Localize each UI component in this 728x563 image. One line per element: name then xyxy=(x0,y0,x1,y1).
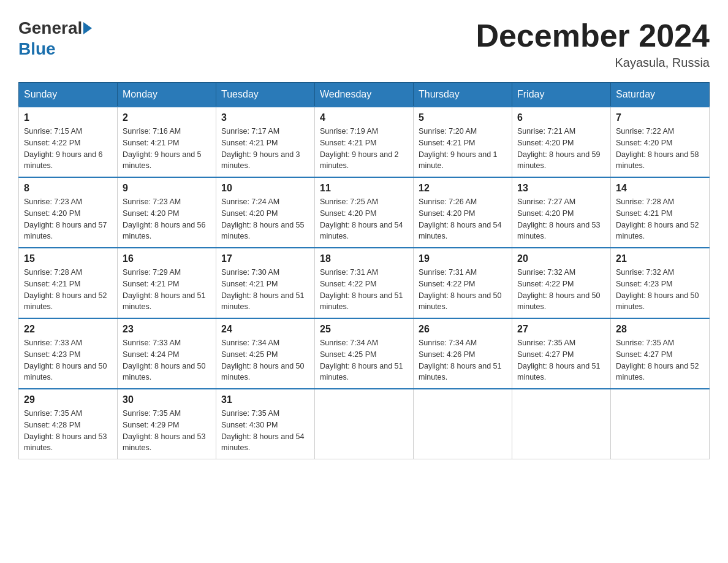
day-info: Sunrise: 7:21 AMSunset: 4:20 PMDaylight:… xyxy=(517,126,605,172)
calendar-cell: 11Sunrise: 7:25 AMSunset: 4:20 PMDayligh… xyxy=(315,177,414,248)
day-number: 28 xyxy=(616,324,704,335)
col-header-tuesday: Tuesday xyxy=(216,83,315,107)
day-number: 6 xyxy=(517,112,605,123)
week-row-2: 8Sunrise: 7:23 AMSunset: 4:20 PMDaylight… xyxy=(19,177,710,248)
day-number: 17 xyxy=(221,253,309,264)
day-info: Sunrise: 7:35 AMSunset: 4:28 PMDaylight:… xyxy=(24,408,112,454)
col-header-monday: Monday xyxy=(118,83,216,107)
col-header-wednesday: Wednesday xyxy=(315,83,414,107)
day-number: 13 xyxy=(517,183,605,194)
day-info: Sunrise: 7:33 AMSunset: 4:23 PMDaylight:… xyxy=(24,337,112,383)
day-info: Sunrise: 7:28 AMSunset: 4:21 PMDaylight:… xyxy=(24,267,112,313)
day-number: 30 xyxy=(123,394,211,405)
day-info: Sunrise: 7:16 AMSunset: 4:21 PMDaylight:… xyxy=(123,126,211,172)
calendar-cell: 18Sunrise: 7:31 AMSunset: 4:22 PMDayligh… xyxy=(315,248,414,318)
week-row-3: 15Sunrise: 7:28 AMSunset: 4:21 PMDayligh… xyxy=(19,248,710,318)
day-number: 11 xyxy=(320,183,408,194)
day-info: Sunrise: 7:25 AMSunset: 4:20 PMDaylight:… xyxy=(320,196,408,242)
calendar-cell: 26Sunrise: 7:34 AMSunset: 4:26 PMDayligh… xyxy=(414,318,512,389)
week-row-1: 1Sunrise: 7:15 AMSunset: 4:22 PMDaylight… xyxy=(19,107,710,177)
day-info: Sunrise: 7:34 AMSunset: 4:25 PMDaylight:… xyxy=(320,337,408,383)
calendar-cell: 9Sunrise: 7:23 AMSunset: 4:20 PMDaylight… xyxy=(118,177,216,248)
day-info: Sunrise: 7:23 AMSunset: 4:20 PMDaylight:… xyxy=(24,196,112,242)
location-text: Kayasula, Russia xyxy=(476,56,710,70)
week-row-4: 22Sunrise: 7:33 AMSunset: 4:23 PMDayligh… xyxy=(19,318,710,389)
calendar-cell: 14Sunrise: 7:28 AMSunset: 4:21 PMDayligh… xyxy=(611,177,710,248)
day-number: 12 xyxy=(419,183,507,194)
day-info: Sunrise: 7:20 AMSunset: 4:21 PMDaylight:… xyxy=(419,126,507,172)
calendar-cell: 17Sunrise: 7:30 AMSunset: 4:21 PMDayligh… xyxy=(216,248,315,318)
day-number: 21 xyxy=(616,253,704,264)
day-number: 10 xyxy=(221,183,309,194)
day-number: 24 xyxy=(221,324,309,335)
day-number: 20 xyxy=(517,253,605,264)
calendar-cell: 27Sunrise: 7:35 AMSunset: 4:27 PMDayligh… xyxy=(512,318,611,389)
day-number: 4 xyxy=(320,112,408,123)
day-info: Sunrise: 7:26 AMSunset: 4:20 PMDaylight:… xyxy=(419,196,507,242)
day-info: Sunrise: 7:34 AMSunset: 4:26 PMDaylight:… xyxy=(419,337,507,383)
day-number: 19 xyxy=(419,253,507,264)
calendar-cell: 19Sunrise: 7:31 AMSunset: 4:22 PMDayligh… xyxy=(414,248,512,318)
day-number: 7 xyxy=(616,112,704,123)
logo-blue-text: Blue xyxy=(18,39,56,59)
calendar-cell: 4Sunrise: 7:19 AMSunset: 4:21 PMDaylight… xyxy=(315,107,414,177)
day-info: Sunrise: 7:33 AMSunset: 4:24 PMDaylight:… xyxy=(123,337,211,383)
calendar-cell: 7Sunrise: 7:22 AMSunset: 4:20 PMDaylight… xyxy=(611,107,710,177)
calendar-cell: 8Sunrise: 7:23 AMSunset: 4:20 PMDaylight… xyxy=(19,177,118,248)
calendar-cell: 23Sunrise: 7:33 AMSunset: 4:24 PMDayligh… xyxy=(118,318,216,389)
day-info: Sunrise: 7:23 AMSunset: 4:20 PMDaylight:… xyxy=(123,196,211,242)
calendar-cell xyxy=(611,389,710,459)
calendar-cell: 30Sunrise: 7:35 AMSunset: 4:29 PMDayligh… xyxy=(118,389,216,459)
day-info: Sunrise: 7:30 AMSunset: 4:21 PMDaylight:… xyxy=(221,267,309,313)
calendar-cell: 24Sunrise: 7:34 AMSunset: 4:25 PMDayligh… xyxy=(216,318,315,389)
logo: General Blue xyxy=(18,18,93,59)
calendar-table: SundayMondayTuesdayWednesdayThursdayFrid… xyxy=(18,82,710,459)
calendar-cell xyxy=(315,389,414,459)
calendar-cell: 2Sunrise: 7:16 AMSunset: 4:21 PMDaylight… xyxy=(118,107,216,177)
day-number: 8 xyxy=(24,183,112,194)
calendar-cell: 15Sunrise: 7:28 AMSunset: 4:21 PMDayligh… xyxy=(19,248,118,318)
day-number: 29 xyxy=(24,394,112,405)
day-number: 22 xyxy=(24,324,112,335)
day-info: Sunrise: 7:34 AMSunset: 4:25 PMDaylight:… xyxy=(221,337,309,383)
day-info: Sunrise: 7:35 AMSunset: 4:27 PMDaylight:… xyxy=(517,337,605,383)
calendar-cell: 6Sunrise: 7:21 AMSunset: 4:20 PMDaylight… xyxy=(512,107,611,177)
day-number: 31 xyxy=(221,394,309,405)
day-number: 2 xyxy=(123,112,211,123)
calendar-cell: 3Sunrise: 7:17 AMSunset: 4:21 PMDaylight… xyxy=(216,107,315,177)
col-header-friday: Friday xyxy=(512,83,611,107)
day-info: Sunrise: 7:35 AMSunset: 4:27 PMDaylight:… xyxy=(616,337,704,383)
day-info: Sunrise: 7:19 AMSunset: 4:21 PMDaylight:… xyxy=(320,126,408,172)
calendar-cell: 13Sunrise: 7:27 AMSunset: 4:20 PMDayligh… xyxy=(512,177,611,248)
day-number: 14 xyxy=(616,183,704,194)
day-number: 3 xyxy=(221,112,309,123)
calendar-cell: 21Sunrise: 7:32 AMSunset: 4:23 PMDayligh… xyxy=(611,248,710,318)
day-info: Sunrise: 7:22 AMSunset: 4:20 PMDaylight:… xyxy=(616,126,704,172)
day-number: 9 xyxy=(123,183,211,194)
calendar-cell: 31Sunrise: 7:35 AMSunset: 4:30 PMDayligh… xyxy=(216,389,315,459)
calendar-cell: 16Sunrise: 7:29 AMSunset: 4:21 PMDayligh… xyxy=(118,248,216,318)
calendar-header-row: SundayMondayTuesdayWednesdayThursdayFrid… xyxy=(19,83,710,107)
day-info: Sunrise: 7:27 AMSunset: 4:20 PMDaylight:… xyxy=(517,196,605,242)
calendar-cell xyxy=(414,389,512,459)
day-info: Sunrise: 7:17 AMSunset: 4:21 PMDaylight:… xyxy=(221,126,309,172)
calendar-cell: 10Sunrise: 7:24 AMSunset: 4:20 PMDayligh… xyxy=(216,177,315,248)
calendar-cell: 22Sunrise: 7:33 AMSunset: 4:23 PMDayligh… xyxy=(19,318,118,389)
day-info: Sunrise: 7:15 AMSunset: 4:22 PMDaylight:… xyxy=(24,126,112,172)
calendar-cell: 1Sunrise: 7:15 AMSunset: 4:22 PMDaylight… xyxy=(19,107,118,177)
logo-triangle-icon xyxy=(83,22,92,34)
calendar-cell xyxy=(512,389,611,459)
day-number: 26 xyxy=(419,324,507,335)
logo-general-text: General xyxy=(18,18,82,38)
calendar-cell: 5Sunrise: 7:20 AMSunset: 4:21 PMDaylight… xyxy=(414,107,512,177)
title-area: December 2024 Kayasula, Russia xyxy=(476,18,710,70)
day-number: 5 xyxy=(419,112,507,123)
day-number: 16 xyxy=(123,253,211,264)
day-number: 27 xyxy=(517,324,605,335)
day-info: Sunrise: 7:28 AMSunset: 4:21 PMDaylight:… xyxy=(616,196,704,242)
calendar-cell: 29Sunrise: 7:35 AMSunset: 4:28 PMDayligh… xyxy=(19,389,118,459)
day-info: Sunrise: 7:35 AMSunset: 4:29 PMDaylight:… xyxy=(123,408,211,454)
col-header-saturday: Saturday xyxy=(611,83,710,107)
month-title: December 2024 xyxy=(476,18,710,53)
day-info: Sunrise: 7:31 AMSunset: 4:22 PMDaylight:… xyxy=(419,267,507,313)
